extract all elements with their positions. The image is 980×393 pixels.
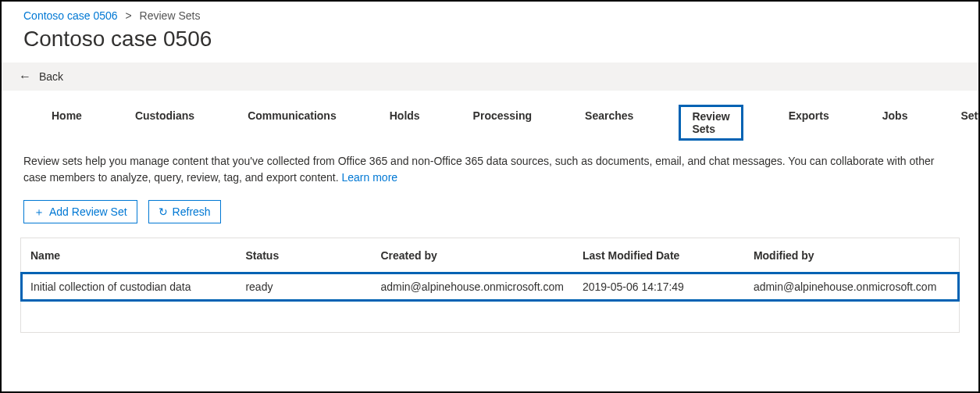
tab-home[interactable]: Home [44, 105, 90, 141]
col-header-last-modified[interactable]: Last Modified Date [573, 238, 744, 273]
tab-jobs[interactable]: Jobs [875, 105, 916, 141]
col-header-name[interactable]: Name [21, 238, 236, 273]
action-bar: ＋ Add Review Set ↻ Refresh [2, 194, 978, 238]
col-header-created-by[interactable]: Created by [371, 238, 572, 273]
add-review-set-label: Add Review Set [49, 205, 127, 218]
add-review-set-button[interactable]: ＋ Add Review Set [23, 200, 137, 223]
breadcrumb: Contoso case 0506 > Review Sets [2, 2, 978, 27]
cell-last-modified: 2019-05-06 14:17:49 [573, 273, 744, 301]
back-label: Back [39, 70, 63, 83]
back-arrow-icon: ← [19, 70, 31, 83]
description-body: Review sets help you manage content that… [23, 155, 934, 184]
page-title: Contoso case 0506 [2, 27, 978, 63]
cell-modified-by: admin@alpinehouse.onmicrosoft.com [744, 273, 959, 301]
tab-exports[interactable]: Exports [781, 105, 837, 141]
tab-searches[interactable]: Searches [577, 105, 641, 141]
tab-settings[interactable]: Settings [953, 105, 980, 141]
breadcrumb-current: Review Sets [140, 9, 201, 22]
breadcrumb-separator: > [126, 9, 132, 22]
table-header-row: Name Status Created by Last Modified Dat… [21, 238, 959, 273]
tab-communications[interactable]: Communications [240, 105, 344, 141]
refresh-icon: ↻ [159, 206, 168, 217]
cell-created-by: admin@alpinehouse.onmicrosoft.com [371, 273, 572, 301]
learn-more-link[interactable]: Learn more [342, 171, 398, 184]
tab-bar: Home Custodians Communications Holds Pro… [2, 91, 978, 148]
tab-holds[interactable]: Holds [382, 105, 428, 141]
col-header-modified-by[interactable]: Modified by [744, 238, 959, 273]
refresh-label: Refresh [173, 205, 211, 218]
breadcrumb-root-link[interactable]: Contoso case 0506 [23, 9, 118, 22]
tab-review-sets[interactable]: Review Sets [679, 105, 743, 141]
col-header-status[interactable]: Status [236, 238, 371, 273]
tab-processing[interactable]: Processing [465, 105, 540, 141]
review-sets-table-container: Name Status Created by Last Modified Dat… [20, 238, 960, 333]
tab-custodians[interactable]: Custodians [127, 105, 202, 141]
refresh-button[interactable]: ↻ Refresh [148, 200, 221, 223]
description-text: Review sets help you manage content that… [2, 148, 978, 194]
cell-status: ready [236, 273, 371, 301]
cell-name: Initial collection of custodian data [21, 273, 236, 301]
plus-icon: ＋ [34, 206, 45, 217]
review-sets-table: Name Status Created by Last Modified Dat… [21, 238, 959, 301]
back-button[interactable]: ← Back [2, 63, 978, 91]
table-row[interactable]: Initial collection of custodian data rea… [21, 273, 959, 301]
